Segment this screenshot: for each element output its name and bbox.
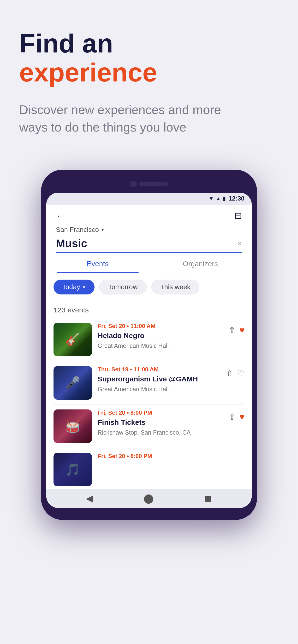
chip-this-week-label: This week bbox=[160, 283, 191, 290]
event-name: Superorganism Live @GAMH bbox=[98, 375, 220, 383]
results-section: 123 events Fri, Set 20 • 11:00 AM Helado… bbox=[46, 301, 252, 489]
favorite-button[interactable]: ♥ bbox=[239, 325, 244, 335]
chips-row: Today × Tomorrow This week bbox=[46, 273, 252, 301]
event-thumbnail bbox=[54, 410, 92, 443]
chip-tomorrow[interactable]: Tomorrow bbox=[99, 280, 146, 294]
results-count: 123 events bbox=[54, 301, 244, 318]
event-venue: Rickshaw Stop, San Francisco, CA bbox=[98, 428, 223, 436]
event-card[interactable]: Thu, Set 19 • 11:00 AM Superorganism Liv… bbox=[54, 361, 244, 405]
hero-title-line2: experience bbox=[19, 58, 279, 87]
bottom-nav: ◀ ⬤ ◼ bbox=[46, 489, 252, 508]
back-button[interactable]: ← bbox=[56, 210, 66, 221]
event-info: Fri, Set 20 • 8:00 PM Finish Tickets Ric… bbox=[98, 410, 223, 436]
search-clear-button[interactable]: × bbox=[237, 238, 242, 248]
tab-organizers[interactable]: Organizers bbox=[149, 253, 252, 273]
event-name: Finish Tickets bbox=[98, 418, 223, 427]
nav-home-button[interactable]: ⬤ bbox=[143, 493, 154, 504]
event-actions: ⇧ ♥ bbox=[228, 410, 244, 422]
location-chevron-icon: ▾ bbox=[101, 227, 104, 233]
share-button[interactable]: ⇧ bbox=[226, 368, 233, 378]
event-thumbnail bbox=[54, 366, 92, 400]
search-query: Music bbox=[56, 237, 237, 250]
status-icons: ▼ ▲ ▮ bbox=[209, 196, 226, 202]
event-info: Thu, Set 19 • 11:00 AM Superorganism Liv… bbox=[98, 366, 220, 393]
app-header: ← ⊟ San Francisco ▾ Music × bbox=[46, 204, 252, 253]
phone-notch bbox=[46, 177, 252, 191]
location-text: San Francisco bbox=[56, 226, 99, 234]
chip-today-remove[interactable]: × bbox=[83, 284, 86, 290]
phone-outer: ▼ ▲ ▮ 12:30 ← ⊟ San Francisco ▾ Music bbox=[41, 170, 257, 520]
location-row[interactable]: San Francisco ▾ bbox=[56, 226, 242, 234]
event-card[interactable]: Fri, Set 20 • 8:00 PM Finish Tickets Ric… bbox=[54, 405, 244, 448]
event-thumbnail bbox=[54, 323, 92, 356]
event-card[interactable]: Fri, Set 20 • 11:00 AM Helado Negro Grea… bbox=[54, 318, 244, 361]
signal-icon: ▲ bbox=[216, 196, 221, 202]
favorite-button[interactable]: ♡ bbox=[237, 368, 244, 378]
phone-speaker bbox=[139, 182, 168, 186]
phone-screen: ▼ ▲ ▮ 12:30 ← ⊟ San Francisco ▾ Music bbox=[46, 192, 252, 508]
phone-mockup: ▼ ▲ ▮ 12:30 ← ⊟ San Francisco ▾ Music bbox=[0, 170, 298, 520]
hero-title-line1: Find an bbox=[19, 29, 279, 58]
event-actions: ⇧ ♡ bbox=[226, 366, 244, 378]
event-date: Fri, Set 20 • 11:00 AM bbox=[98, 323, 223, 330]
nav-recents-button[interactable]: ◼ bbox=[204, 493, 212, 504]
hero-subtitle: Discover new experiences and more ways t… bbox=[19, 101, 235, 136]
nav-back-button[interactable]: ◀ bbox=[86, 493, 93, 504]
event-actions: ⇧ ♥ bbox=[228, 323, 244, 335]
chip-this-week[interactable]: This week bbox=[152, 280, 199, 294]
status-bar: ▼ ▲ ▮ 12:30 bbox=[46, 192, 252, 204]
event-venue: Great American Music Hall bbox=[98, 385, 220, 393]
filter-button[interactable]: ⊟ bbox=[234, 210, 242, 221]
app-header-top: ← ⊟ bbox=[56, 210, 242, 221]
event-date: Fri, Set 20 • 8:00 PM bbox=[98, 410, 223, 416]
event-thumbnail bbox=[54, 453, 92, 486]
chip-tomorrow-label: Tomorrow bbox=[108, 283, 138, 290]
hero-section: Find an experience Discover new experien… bbox=[0, 0, 298, 150]
event-date: Fri, Set 20 • 8:00 PM bbox=[98, 453, 152, 460]
search-row: Music × bbox=[56, 237, 242, 253]
event-date: Thu, Set 19 • 11:00 AM bbox=[98, 366, 220, 373]
event-info: Fri, Set 20 • 11:00 AM Helado Negro Grea… bbox=[98, 323, 223, 350]
tabs-row: Events Organizers bbox=[46, 253, 252, 273]
share-button[interactable]: ⇧ bbox=[228, 412, 236, 422]
battery-icon: ▮ bbox=[223, 196, 226, 202]
event-card-partial[interactable]: Fri, Set 20 • 8:00 PM bbox=[54, 448, 244, 489]
event-name: Helado Negro bbox=[98, 331, 223, 340]
hero-title: Find an experience bbox=[19, 29, 279, 87]
phone-camera bbox=[130, 181, 137, 187]
chip-today-label: Today bbox=[62, 283, 80, 291]
status-time: 12:30 bbox=[229, 195, 245, 202]
favorite-button[interactable]: ♥ bbox=[239, 412, 244, 422]
event-info-partial: Fri, Set 20 • 8:00 PM bbox=[98, 453, 152, 462]
wifi-icon: ▼ bbox=[209, 196, 214, 202]
chip-today[interactable]: Today × bbox=[54, 280, 95, 294]
tab-events[interactable]: Events bbox=[46, 253, 149, 273]
event-venue: Great American Music Hall bbox=[98, 342, 223, 350]
share-button[interactable]: ⇧ bbox=[228, 325, 236, 335]
